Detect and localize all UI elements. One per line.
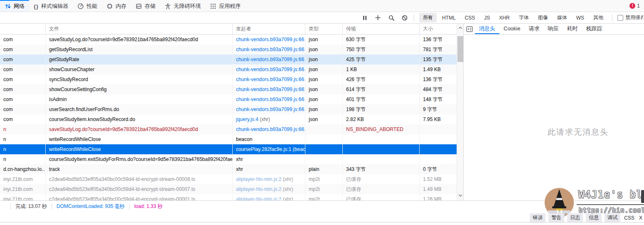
request-row[interactable]: comisAdminchunk-vendors.b93a7099.js:66…j…	[0, 94, 463, 104]
detail-tab-cookies[interactable]: Cookie	[499, 24, 524, 34]
column-header-transferred[interactable]: 传输	[343, 24, 420, 34]
pause-button[interactable]	[361, 14, 369, 22]
scrollbar-thumb[interactable]	[457, 36, 463, 62]
type-cell: json	[305, 64, 343, 74]
tab-network[interactable]: 网络	[0, 0, 29, 12]
request-row[interactable]: nsaveStudyLog.do?courseId=9d5e783921ba47…	[0, 124, 463, 134]
scroll-down-icon[interactable]	[457, 193, 463, 198]
initiator-link[interactable]: chunk-vendors.b93a7099.js:66…	[236, 67, 305, 72]
tab-performance-label: 性能	[86, 2, 97, 10]
request-row[interactable]: comuserSearch.findUserForRms.dochunk-ven…	[0, 104, 463, 114]
initiator-cell: xhr	[233, 154, 305, 164]
tab-storage[interactable]: 存储	[131, 0, 160, 12]
console-filter-logs[interactable]: 日志	[567, 213, 583, 222]
add-request-button[interactable]	[374, 14, 382, 22]
request-row[interactable]: ncourseStudyItem.exitStudyForRms.do?cour…	[0, 154, 463, 164]
request-row[interactable]: inyi.21tb.comc2dea64bd5b523eff05a340bc00…	[0, 194, 463, 200]
console-filter-info[interactable]: 信息	[586, 213, 602, 222]
tab-style-editor[interactable]: {} 样式编辑器	[29, 0, 73, 12]
initiator-link[interactable]: aliplayer-hls-min.js:2	[236, 176, 281, 182]
filter-images[interactable]: 图像	[534, 13, 552, 22]
console-filter-css[interactable]: CSS	[623, 214, 635, 222]
tab-accessibility[interactable]: 无障碍环境	[160, 0, 205, 12]
tab-application[interactable]: 应用程序	[205, 0, 245, 12]
initiator-link[interactable]: jquery.js:4	[236, 116, 258, 122]
initiator-cell: chunk-vendors.b93a7099.js:66…	[233, 84, 305, 94]
table-scrollbar[interactable]	[457, 24, 463, 200]
filter-ws[interactable]: WS	[573, 14, 588, 22]
request-row[interactable]: d.cn-hangzhou.lo…trackxhrplain343 字节0 字节	[0, 164, 463, 174]
error-count-badge[interactable]: ! 1	[625, 0, 644, 12]
request-row[interactable]: comsaveStudyLog.do?courseId=9d5e783921ba…	[0, 35, 463, 45]
bottom-strip: 错误警告日志信息调试CSSX	[0, 212, 644, 225]
detail-tab-response[interactable]: 响应	[543, 24, 563, 34]
detail-tab-request[interactable]: 请求	[524, 24, 543, 34]
request-row[interactable]: inyi.21tb.comc2dea64bd5b523eff05a340bc00…	[0, 174, 463, 184]
request-row[interactable]: comshowCourseSettingConfigchunk-vendors.…	[0, 84, 463, 94]
filter-js[interactable]: JS	[480, 14, 494, 22]
initiator-link[interactable]: chunk-vendors.b93a7099.js:66…	[236, 87, 305, 92]
request-row[interactable]: comshowCourseChapterchunk-vendors.b93a70…	[0, 64, 463, 74]
column-header-size[interactable]: 大小	[420, 24, 457, 34]
filter-other[interactable]: 其他	[590, 13, 607, 22]
disable-cache-checkbox[interactable]: 禁用缓存	[617, 14, 643, 21]
panel-toggle-button[interactable]	[464, 24, 475, 34]
initiator-link[interactable]: chunk-vendors.b93a7099.js:66…	[236, 126, 305, 132]
initiator-cause: (xhr)	[258, 116, 270, 122]
initiator-link[interactable]: chunk-vendors.b93a7099.js:66…	[236, 37, 305, 42]
detail-tab-timings[interactable]: 耗时	[563, 24, 582, 34]
column-header-type[interactable]: 类型	[305, 24, 343, 34]
chip-icon	[106, 3, 113, 10]
toolbar-separator	[612, 14, 612, 22]
filter-fonts[interactable]: 字体	[515, 13, 533, 22]
initiator-link[interactable]: coursePlay.282fac9e.js:1	[236, 146, 291, 152]
initiator-link[interactable]: chunk-vendors.b93a7099.js:66…	[236, 47, 305, 52]
initiator-link[interactable]: aliplayer-hls-min.js:2	[236, 186, 281, 192]
filter-all[interactable]: 所有	[419, 13, 437, 22]
filter-html[interactable]: HTML	[438, 14, 460, 22]
request-row[interactable]: nwriteRecordWhileClosecoursePlay.282fac9…	[0, 144, 463, 154]
console-filter-debug[interactable]: 调试	[605, 213, 620, 222]
filter-media[interactable]: 媒体	[553, 13, 571, 22]
initiator-link[interactable]: aliplayer-hls-min.js:2	[236, 196, 281, 200]
detail-tab-headers[interactable]: 消息头	[475, 24, 499, 34]
console-filter-xhr[interactable]: X	[638, 214, 643, 222]
domain-cell: inyi.21tb.com	[0, 194, 46, 200]
request-row[interactable]: comcourseStudyItem.knowStudyRecord.dojqu…	[0, 114, 463, 124]
initiator-cell: aliplayer-hls-min.js:2 (xhr)	[233, 194, 305, 200]
filter-css[interactable]: CSS	[461, 14, 479, 22]
request-row[interactable]: comgetStudyRecordListchunk-vendors.b93a7…	[0, 45, 463, 54]
column-header-initiator[interactable]: 发起者	[233, 24, 305, 34]
filter-xhr[interactable]: XHR	[495, 14, 513, 22]
tab-performance[interactable]: 性能	[73, 0, 102, 12]
request-row[interactable]: nwriteRecordWhileClosebeacon	[0, 134, 463, 144]
detail-tab-stack-trace[interactable]: 栈跟踪	[582, 24, 606, 34]
request-row[interactable]: inyi.21tb.comc2dea64bd5b523eff05a340bc00…	[0, 184, 463, 194]
initiator-link[interactable]: chunk-vendors.b93a7099.js:66…	[236, 96, 305, 102]
column-header-file[interactable]: 文件	[46, 24, 233, 34]
domcontentloaded-time[interactable]: DOMContentLoaded: 935 毫秒	[57, 203, 125, 210]
initiator-cell: chunk-vendors.b93a7099.js:66…	[233, 124, 305, 134]
size-cell: 0 字节	[420, 164, 457, 174]
search-button[interactable]	[387, 14, 396, 22]
transferred-cell: 2.82 KB	[343, 114, 420, 124]
initiator-cause: (xhr)	[281, 176, 293, 182]
block-button[interactable]	[401, 14, 409, 22]
initiator-link[interactable]: chunk-vendors.b93a7099.js:66…	[236, 106, 305, 112]
tab-accessibility-label: 无障碍环境	[174, 2, 201, 10]
transferred-cell: 630 字节	[343, 35, 420, 45]
request-row[interactable]: comgetStudyRatechunk-vendors.b93a7099.js…	[0, 54, 463, 64]
column-header-domain[interactable]	[0, 24, 46, 34]
console-filter-warnings[interactable]: 警告	[548, 213, 564, 222]
initiator-link[interactable]: chunk-vendors.b93a7099.js:66…	[236, 57, 305, 62]
scroll-up-icon[interactable]	[457, 25, 463, 30]
size-cell: 135 字节	[420, 54, 457, 64]
load-time[interactable]: load: 1.33 秒	[134, 203, 162, 210]
error-count: 1	[637, 3, 640, 9]
grid-icon	[210, 3, 216, 10]
size-cell: 136 字节	[420, 35, 457, 45]
initiator-link[interactable]: chunk-vendors.b93a7099.js:66…	[236, 77, 305, 82]
tab-memory[interactable]: 内存	[102, 0, 131, 12]
request-row[interactable]: comsyncStudyRecordchunk-vendors.b93a7099…	[0, 74, 463, 84]
console-filter-errors[interactable]: 错误	[530, 213, 546, 222]
